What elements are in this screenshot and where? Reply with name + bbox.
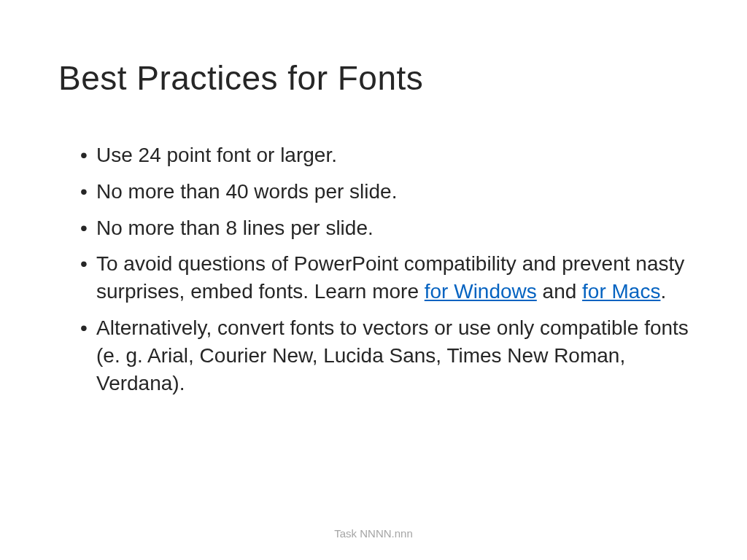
text-run: and (537, 280, 582, 303)
bullet-item: Alternatively, convert fonts to vectors … (80, 314, 689, 397)
text-run: . (660, 280, 666, 303)
bullet-item: Use 24 point font or larger. (80, 141, 689, 169)
slide-title: Best Practices for Fonts (58, 58, 689, 98)
bullet-list: Use 24 point font or larger.No more than… (58, 141, 689, 397)
bullet-item: No more than 40 words per slide. (80, 178, 689, 206)
bullet-item: No more than 8 lines per slide. (80, 214, 689, 242)
hyperlink[interactable]: for Macs (582, 280, 660, 303)
bullet-item: To avoid questions of PowerPoint compati… (80, 250, 689, 306)
footer-text: Task NNNN.nnn (0, 527, 747, 540)
hyperlink[interactable]: for Windows (425, 280, 537, 303)
slide: Best Practices for Fonts Use 24 point fo… (0, 0, 747, 560)
